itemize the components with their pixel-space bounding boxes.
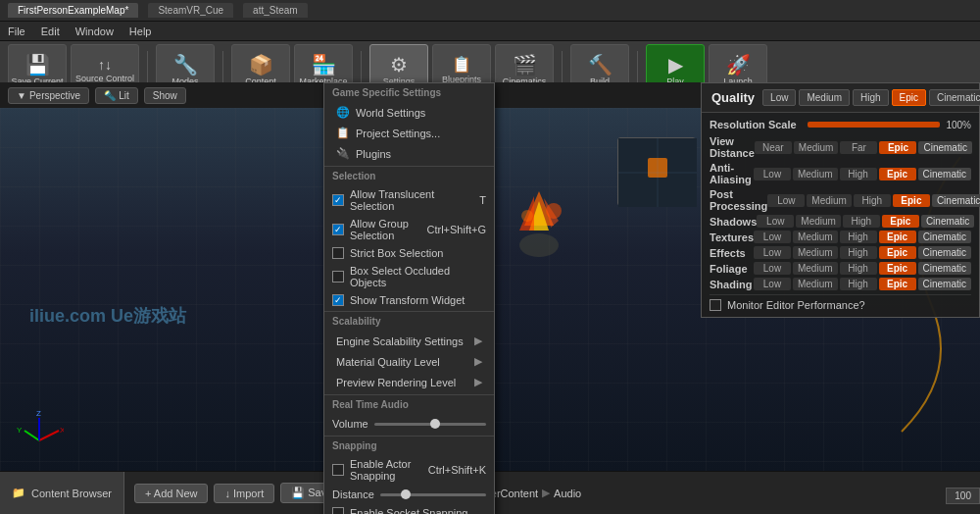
- volume-row: Volume: [324, 414, 494, 434]
- title-tab-1[interactable]: FirstPersonExampleMap*: [8, 3, 138, 18]
- menu-file[interactable]: File: [8, 26, 25, 37]
- perspective-button[interactable]: ▼ Perspective: [8, 87, 89, 104]
- menu-window[interactable]: Window: [75, 26, 114, 37]
- engine-scalability-item[interactable]: Engine Scalability Settings ▶: [324, 331, 494, 351]
- shadows-label: Shadows: [710, 216, 757, 228]
- svg-point-6: [521, 210, 533, 222]
- fo-medium[interactable]: Medium: [793, 262, 838, 275]
- preset-cinematic[interactable]: Cinematic: [929, 89, 980, 106]
- allow-group-checkbox[interactable]: [332, 224, 344, 235]
- show-button[interactable]: Show: [144, 87, 186, 104]
- preset-medium[interactable]: Medium: [799, 89, 850, 106]
- anti-aliasing-label: Anti-Aliasing: [710, 162, 754, 185]
- vd-epic[interactable]: Epic: [879, 141, 916, 154]
- pp-epic[interactable]: Epic: [893, 194, 930, 207]
- view-distance-cells: Near Medium Far Epic Cinematic: [755, 141, 972, 154]
- project-settings-item[interactable]: 📋 Project Settings...: [324, 123, 494, 143]
- menu-help[interactable]: Help: [129, 26, 152, 37]
- volume-handle[interactable]: [430, 419, 440, 429]
- world-settings-item[interactable]: 🌐 World Settings: [324, 102, 494, 123]
- aa-cinematic[interactable]: Cinematic: [918, 168, 971, 180]
- sd-epic[interactable]: Epic: [879, 278, 916, 290]
- sh-high[interactable]: High: [843, 215, 880, 228]
- quality-preset-buttons: Low Medium High Epic Cinematic Auto: [762, 89, 980, 106]
- vd-medium[interactable]: Medium: [794, 141, 839, 154]
- sd-high[interactable]: High: [840, 278, 877, 290]
- tx-epic[interactable]: Epic: [879, 231, 916, 243]
- allow-group-item[interactable]: Allow Group Selection Ctrl+Shift+G: [324, 215, 494, 244]
- tx-medium[interactable]: Medium: [793, 231, 838, 243]
- preview-rendering-item[interactable]: Preview Rendering Level ▶: [324, 372, 494, 392]
- distance-label: Distance: [332, 488, 374, 500]
- vd-far[interactable]: Far: [840, 141, 877, 154]
- real-time-audio-header: Real Time Audio: [324, 394, 494, 414]
- fo-cinematic[interactable]: Cinematic: [918, 262, 971, 275]
- show-transform-checkbox[interactable]: [332, 294, 344, 306]
- vd-near[interactable]: Near: [755, 141, 792, 154]
- title-tab-2[interactable]: SteamVR_Cue: [148, 3, 233, 18]
- content-browser-tab[interactable]: 📁 Content Browser: [0, 472, 124, 514]
- tx-cinematic[interactable]: Cinematic: [918, 231, 971, 243]
- view-distance-row: View Distance Near Medium Far Epic Cinem…: [710, 135, 971, 159]
- sd-low[interactable]: Low: [754, 278, 791, 290]
- import-button[interactable]: ↓ Import: [214, 484, 274, 503]
- effects-row: Effects Low Medium High Epic Cinematic: [710, 246, 971, 259]
- box-select-occluded-checkbox[interactable]: [332, 271, 344, 283]
- allow-translucent-item[interactable]: Allow Translucent Selection T: [324, 185, 494, 215]
- svg-point-0: [519, 233, 559, 257]
- distance-handle[interactable]: [401, 489, 411, 499]
- aa-low[interactable]: Low: [754, 168, 791, 180]
- fo-epic[interactable]: Epic: [879, 262, 916, 275]
- plugins-item[interactable]: 🔌 Plugins: [324, 143, 494, 164]
- pp-high[interactable]: High: [854, 194, 891, 207]
- scalability-header: Scalability: [324, 311, 494, 331]
- distance-slider[interactable]: [380, 493, 486, 496]
- enable-socket-snapping-item[interactable]: Enable Socket Snapping: [324, 504, 494, 514]
- sh-low[interactable]: Low: [757, 215, 794, 228]
- strict-box-item[interactable]: Strict Box Selection: [324, 244, 494, 262]
- menu-edit[interactable]: Edit: [41, 26, 60, 37]
- box-select-occluded-item[interactable]: Box Select Occluded Objects: [324, 262, 494, 291]
- title-tab-3[interactable]: att_Steam: [243, 3, 308, 18]
- bc-audio[interactable]: Audio: [554, 488, 581, 499]
- show-transform-item[interactable]: Show Transform Widget: [324, 291, 494, 309]
- ef-low[interactable]: Low: [754, 246, 791, 259]
- post-processing-label: Post Processing: [710, 188, 767, 212]
- post-processing-row: Post Processing Low Medium High Epic Cin…: [710, 188, 971, 212]
- preset-low[interactable]: Low: [762, 89, 796, 106]
- preset-high[interactable]: High: [853, 89, 889, 106]
- volume-slider[interactable]: [374, 423, 486, 426]
- monitor-checkbox[interactable]: [710, 299, 721, 311]
- sh-medium[interactable]: Medium: [796, 215, 841, 228]
- ef-medium[interactable]: Medium: [793, 246, 838, 259]
- sh-epic[interactable]: Epic: [882, 215, 919, 228]
- allow-translucent-checkbox[interactable]: [332, 194, 344, 206]
- sd-cinematic[interactable]: Cinematic: [918, 278, 971, 290]
- material-quality-item[interactable]: Material Quality Level ▶: [324, 351, 494, 372]
- tx-low[interactable]: Low: [754, 231, 791, 243]
- sh-cinematic[interactable]: Cinematic: [921, 215, 974, 228]
- socket-snap-checkbox[interactable]: [332, 507, 344, 514]
- pp-cinematic[interactable]: Cinematic: [932, 194, 980, 207]
- vd-cinematic[interactable]: Cinematic: [918, 141, 971, 154]
- aa-epic[interactable]: Epic: [879, 168, 916, 180]
- actor-snap-checkbox[interactable]: [332, 464, 344, 476]
- strict-box-checkbox[interactable]: [332, 247, 344, 259]
- fo-high[interactable]: High: [840, 262, 877, 275]
- svg-point-5: [546, 203, 562, 219]
- ef-epic[interactable]: Epic: [879, 246, 916, 259]
- tx-high[interactable]: High: [840, 231, 877, 243]
- preset-epic[interactable]: Epic: [892, 89, 926, 106]
- aa-high[interactable]: High: [840, 168, 877, 180]
- sd-medium[interactable]: Medium: [793, 278, 838, 290]
- lit-button[interactable]: 🔦 Lit: [95, 87, 138, 104]
- aa-medium[interactable]: Medium: [793, 168, 838, 180]
- resolution-scale-bar[interactable]: [808, 122, 940, 128]
- pp-medium[interactable]: Medium: [807, 194, 852, 207]
- ef-cinematic[interactable]: Cinematic: [918, 246, 971, 259]
- ef-high[interactable]: High: [840, 246, 877, 259]
- enable-actor-snapping-item[interactable]: Enable Actor Snapping Ctrl+Shift+K: [324, 455, 494, 485]
- add-new-button[interactable]: + Add New: [134, 484, 209, 503]
- pp-low[interactable]: Low: [767, 194, 805, 207]
- fo-low[interactable]: Low: [754, 262, 791, 275]
